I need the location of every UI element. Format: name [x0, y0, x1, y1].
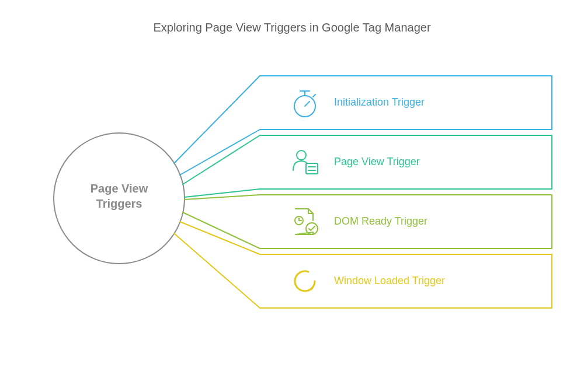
branch-3-label: DOM Ready Trigger — [334, 215, 427, 228]
hub-label: Page View Triggers — [67, 181, 172, 211]
person-doc-icon — [293, 150, 318, 174]
svg-line-4 — [313, 94, 315, 97]
hub-label-text: Page View Triggers — [91, 182, 148, 210]
svg-line-3 — [305, 102, 310, 106]
stopwatch-icon — [294, 91, 315, 117]
loading-ring-icon — [295, 271, 315, 291]
branch-1-label: Initialization Trigger — [334, 96, 425, 108]
branch-2-label: Page View Trigger — [334, 156, 420, 168]
svg-rect-6 — [306, 163, 318, 174]
doc-clock-check-icon — [295, 209, 318, 235]
svg-point-5 — [297, 150, 306, 160]
branch-4-label: Window Loaded Trigger — [334, 275, 445, 287]
